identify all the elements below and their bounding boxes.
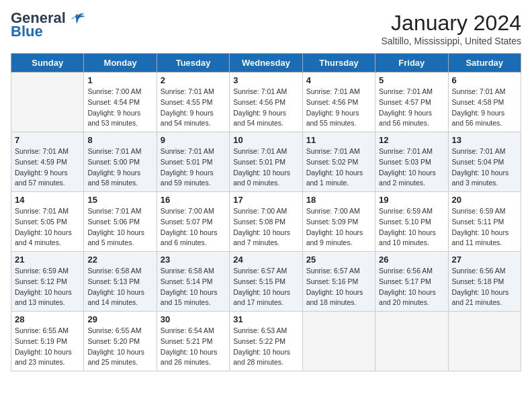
day-info: Sunrise: 7:01 AMSunset: 4:57 PMDaylight:… [379, 87, 444, 129]
day-info: Sunrise: 7:01 AMSunset: 5:04 PMDaylight:… [452, 146, 517, 189]
calendar-cell: 8Sunrise: 7:01 AMSunset: 5:00 PMDaylight… [84, 132, 157, 192]
calendar-cell: 28Sunrise: 6:55 AMSunset: 5:19 PMDayligh… [11, 312, 84, 371]
day-number: 8 [87, 135, 152, 145]
day-number: 26 [379, 255, 444, 265]
calendar-cell: 29Sunrise: 6:55 AMSunset: 5:20 PMDayligh… [84, 312, 157, 371]
calendar-cell: 10Sunrise: 7:01 AMSunset: 5:01 PMDayligh… [230, 132, 302, 192]
logo: General Blue [11, 11, 85, 39]
day-number: 17 [233, 195, 298, 205]
day-info: Sunrise: 7:01 AMSunset: 5:01 PMDaylight:… [233, 146, 298, 189]
day-number: 7 [15, 135, 80, 145]
calendar-cell [11, 73, 84, 132]
day-info: Sunrise: 7:01 AMSunset: 4:56 PMDaylight:… [233, 87, 298, 129]
calendar-header-row: SundayMondayTuesdayWednesdayThursdayFrid… [11, 54, 521, 73]
calendar-cell: 5Sunrise: 7:01 AMSunset: 4:57 PMDaylight… [375, 73, 448, 132]
day-info: Sunrise: 7:01 AMSunset: 4:56 PMDaylight:… [306, 87, 371, 129]
day-number: 5 [379, 75, 444, 85]
calendar-cell: 16Sunrise: 7:00 AMSunset: 5:07 PMDayligh… [157, 192, 229, 252]
calendar-cell: 22Sunrise: 6:58 AMSunset: 5:13 PMDayligh… [84, 252, 157, 312]
day-number: 30 [161, 314, 226, 324]
day-number: 12 [379, 135, 444, 145]
day-info: Sunrise: 6:53 AMSunset: 5:22 PMDaylight:… [233, 326, 298, 368]
day-info: Sunrise: 7:00 AMSunset: 4:54 PMDaylight:… [87, 87, 152, 129]
calendar-cell: 12Sunrise: 7:01 AMSunset: 5:03 PMDayligh… [375, 132, 448, 192]
day-number: 21 [15, 255, 80, 265]
calendar-cell: 24Sunrise: 6:57 AMSunset: 5:15 PMDayligh… [230, 252, 302, 312]
calendar-cell: 30Sunrise: 6:54 AMSunset: 5:21 PMDayligh… [157, 312, 229, 371]
day-number: 11 [306, 135, 371, 145]
day-number: 20 [452, 195, 517, 205]
calendar-cell: 9Sunrise: 7:01 AMSunset: 5:01 PMDaylight… [157, 132, 229, 192]
day-info: Sunrise: 6:58 AMSunset: 5:13 PMDaylight:… [87, 266, 152, 308]
calendar-cell: 11Sunrise: 7:01 AMSunset: 5:02 PMDayligh… [302, 132, 375, 192]
month-year: January 2024 [381, 11, 521, 36]
calendar-cell: 31Sunrise: 6:53 AMSunset: 5:22 PMDayligh… [230, 312, 302, 371]
calendar-cell: 23Sunrise: 6:58 AMSunset: 5:14 PMDayligh… [157, 252, 229, 312]
day-number: 22 [87, 255, 152, 265]
day-number: 13 [452, 135, 517, 145]
logo-bird-icon [71, 13, 85, 25]
location: Saltillo, Mississippi, United States [381, 36, 521, 46]
day-number: 23 [161, 255, 226, 265]
day-number: 4 [306, 75, 371, 85]
day-number: 16 [161, 195, 226, 205]
day-header-sunday: Sunday [11, 54, 84, 73]
calendar-cell: 1Sunrise: 7:00 AMSunset: 4:54 PMDaylight… [84, 73, 157, 132]
day-info: Sunrise: 6:57 AMSunset: 5:15 PMDaylight:… [233, 266, 298, 308]
day-info: Sunrise: 7:01 AMSunset: 5:02 PMDaylight:… [306, 146, 371, 189]
calendar-week-row: 14Sunrise: 7:01 AMSunset: 5:05 PMDayligh… [11, 192, 521, 252]
day-number: 18 [306, 195, 371, 205]
calendar-cell: 21Sunrise: 6:59 AMSunset: 5:12 PMDayligh… [11, 252, 84, 312]
calendar-cell: 2Sunrise: 7:01 AMSunset: 4:55 PMDaylight… [157, 73, 229, 132]
day-info: Sunrise: 7:00 AMSunset: 5:09 PMDaylight:… [306, 206, 371, 248]
day-number: 9 [161, 135, 226, 145]
day-info: Sunrise: 6:57 AMSunset: 5:16 PMDaylight:… [306, 266, 371, 308]
calendar-cell: 4Sunrise: 7:01 AMSunset: 4:56 PMDaylight… [302, 73, 375, 132]
day-number: 19 [379, 195, 444, 205]
calendar-cell [302, 312, 375, 371]
calendar-cell: 25Sunrise: 6:57 AMSunset: 5:16 PMDayligh… [302, 252, 375, 312]
calendar-cell [375, 312, 448, 371]
day-info: Sunrise: 7:01 AMSunset: 5:01 PMDaylight:… [161, 146, 226, 189]
day-number: 1 [87, 75, 152, 85]
day-info: Sunrise: 6:56 AMSunset: 5:18 PMDaylight:… [452, 266, 517, 308]
day-header-wednesday: Wednesday [230, 54, 302, 73]
calendar-week-row: 7Sunrise: 7:01 AMSunset: 4:59 PMDaylight… [11, 132, 521, 192]
day-number: 14 [15, 195, 80, 205]
day-number: 24 [233, 255, 298, 265]
day-info: Sunrise: 6:59 AMSunset: 5:11 PMDaylight:… [452, 206, 517, 248]
day-number: 27 [452, 255, 517, 265]
day-info: Sunrise: 7:01 AMSunset: 5:03 PMDaylight:… [379, 146, 444, 189]
day-header-thursday: Thursday [302, 54, 375, 73]
calendar-cell: 18Sunrise: 7:00 AMSunset: 5:09 PMDayligh… [302, 192, 375, 252]
calendar-cell: 13Sunrise: 7:01 AMSunset: 5:04 PMDayligh… [448, 132, 521, 192]
day-number: 31 [233, 314, 298, 324]
day-info: Sunrise: 6:59 AMSunset: 5:10 PMDaylight:… [379, 206, 444, 248]
day-info: Sunrise: 6:58 AMSunset: 5:14 PMDaylight:… [161, 266, 226, 308]
calendar-cell: 15Sunrise: 7:01 AMSunset: 5:06 PMDayligh… [84, 192, 157, 252]
calendar-week-row: 28Sunrise: 6:55 AMSunset: 5:19 PMDayligh… [11, 312, 521, 371]
day-number: 25 [306, 255, 371, 265]
day-info: Sunrise: 6:54 AMSunset: 5:21 PMDaylight:… [161, 326, 226, 368]
title-block: January 2024 Saltillo, Mississippi, Unit… [381, 11, 521, 46]
calendar-week-row: 1Sunrise: 7:00 AMSunset: 4:54 PMDaylight… [11, 73, 521, 132]
calendar-cell: 14Sunrise: 7:01 AMSunset: 5:05 PMDayligh… [11, 192, 84, 252]
logo-blue: Blue [11, 24, 43, 39]
day-number: 2 [161, 75, 226, 85]
day-info: Sunrise: 7:01 AMSunset: 5:05 PMDaylight:… [15, 206, 80, 248]
day-header-friday: Friday [375, 54, 448, 73]
calendar-cell [448, 312, 521, 371]
day-info: Sunrise: 7:01 AMSunset: 4:59 PMDaylight:… [15, 146, 80, 189]
calendar-week-row: 21Sunrise: 6:59 AMSunset: 5:12 PMDayligh… [11, 252, 521, 312]
day-number: 6 [452, 75, 517, 85]
calendar-cell: 17Sunrise: 7:00 AMSunset: 5:08 PMDayligh… [230, 192, 302, 252]
day-info: Sunrise: 6:55 AMSunset: 5:20 PMDaylight:… [87, 326, 152, 368]
day-header-tuesday: Tuesday [157, 54, 229, 73]
calendar-cell: 3Sunrise: 7:01 AMSunset: 4:56 PMDaylight… [230, 73, 302, 132]
calendar-table: SundayMondayTuesdayWednesdayThursdayFrid… [11, 53, 521, 371]
calendar-cell: 26Sunrise: 6:56 AMSunset: 5:17 PMDayligh… [375, 252, 448, 312]
day-number: 3 [233, 75, 298, 85]
day-header-monday: Monday [84, 54, 157, 73]
day-info: Sunrise: 7:00 AMSunset: 5:07 PMDaylight:… [161, 206, 226, 248]
calendar-cell: 6Sunrise: 7:01 AMSunset: 4:58 PMDaylight… [448, 73, 521, 132]
